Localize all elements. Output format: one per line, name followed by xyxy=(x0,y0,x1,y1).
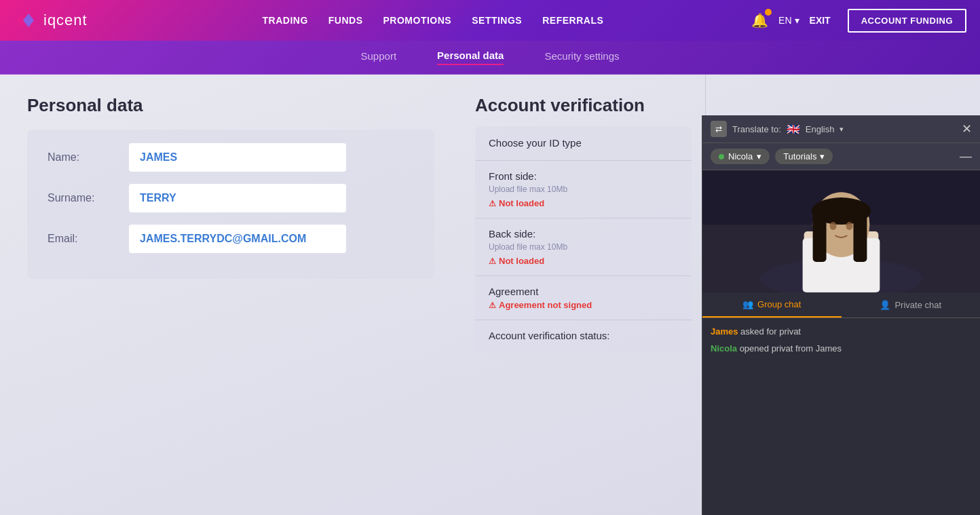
email-label: Email: xyxy=(48,233,115,245)
agreement-title: Agreement xyxy=(489,286,678,297)
group-chat-icon: 👥 xyxy=(742,299,753,309)
chat-header-left: ⇄ Translate to: 🇬🇧 English ▾ xyxy=(711,121,844,137)
choose-id-text: Choose your ID type xyxy=(489,137,582,149)
video-feed xyxy=(702,170,980,292)
nav-promotions[interactable]: PROMOTIONS xyxy=(383,15,452,26)
tutorials-arrow-icon: ▾ xyxy=(820,151,825,161)
exit-button[interactable]: EXIT xyxy=(810,15,831,26)
private-chat-tab[interactable]: 👤 Private chat xyxy=(842,292,981,318)
bell-badge xyxy=(765,9,772,16)
group-chat-label: Group chat xyxy=(757,299,801,309)
header: iqcent TRADING FUNDS PROMOTIONS SETTINGS… xyxy=(0,0,980,41)
group-chat-tab[interactable]: 👥 Group chat xyxy=(702,292,842,318)
video-area xyxy=(702,170,980,292)
verification-status-row: Account verification status: xyxy=(475,320,692,354)
user-name: Nicola xyxy=(728,151,753,161)
language-label: English xyxy=(806,124,835,134)
sub-nav: Support Personal data Security settings xyxy=(0,41,980,75)
surname-input[interactable] xyxy=(129,184,346,212)
front-side-status: Not loaded xyxy=(489,198,678,208)
user-pill[interactable]: Nicola ▾ xyxy=(711,149,770,164)
message-user-1: James xyxy=(711,326,738,337)
chat-header: ⇄ Translate to: 🇬🇧 English ▾ ✕ xyxy=(702,115,980,143)
flag-icon: 🇬🇧 xyxy=(787,123,800,136)
subnav-support[interactable]: Support xyxy=(361,50,397,64)
nav-links: TRADING FUNDS PROMOTIONS SETTINGS REFERR… xyxy=(115,15,751,26)
nav-referrals[interactable]: REFERRALS xyxy=(542,15,603,26)
verification-card: Choose your ID type Front side: Upload f… xyxy=(475,126,692,354)
front-side-title: Front side: xyxy=(489,170,678,182)
chat-close-button[interactable]: ✕ xyxy=(962,121,972,136)
language-arrow-icon[interactable]: ▾ xyxy=(840,125,844,134)
name-label: Name: xyxy=(48,151,115,164)
bell-container[interactable]: 🔔 xyxy=(751,12,768,28)
minimize-button[interactable]: — xyxy=(960,149,972,164)
tutorials-pill[interactable]: Tutorials ▾ xyxy=(775,149,832,164)
back-side-row: Back side: Upload file max 10Mb Not load… xyxy=(475,218,692,276)
chat-overlay: ⇄ Translate to: 🇬🇧 English ▾ ✕ Nicola ▾ … xyxy=(702,115,980,515)
lang-text: EN xyxy=(778,15,791,26)
main-content: Personal data Name: Surname: Email: Acco… xyxy=(0,75,980,515)
svg-point-11 xyxy=(846,222,852,230)
nav-settings[interactable]: SETTINGS xyxy=(472,15,522,26)
email-row: Email: xyxy=(48,225,414,253)
translate-label: Translate to: xyxy=(732,124,781,134)
language-selector[interactable]: EN ▾ xyxy=(778,15,799,26)
translate-icon: ⇄ xyxy=(711,121,727,137)
personal-data-section: Personal data Name: Surname: Email: xyxy=(0,75,461,515)
tutorials-label: Tutorials xyxy=(783,151,816,161)
back-side-subtitle: Upload file max 10Mb xyxy=(489,242,678,252)
message-user-2: Nicola xyxy=(711,343,737,354)
choose-id-row[interactable]: Choose your ID type xyxy=(475,126,692,161)
subnav-personal-data[interactable]: Personal data xyxy=(437,50,504,65)
private-chat-icon: 👤 xyxy=(880,300,890,310)
chat-messages: James asked for privat Nicola opened pri… xyxy=(702,318,980,515)
user-online-dot xyxy=(719,154,724,159)
bell-icon[interactable]: 🔔 xyxy=(751,13,768,28)
surname-row: Surname: xyxy=(48,184,414,212)
surname-label: Surname: xyxy=(48,192,115,204)
chat-controls: Nicola ▾ Tutorials ▾ xyxy=(711,149,833,164)
back-side-title: Back side: xyxy=(489,228,678,240)
svg-point-10 xyxy=(830,222,837,230)
lang-chevron-icon: ▾ xyxy=(795,15,799,26)
nav-trading[interactable]: TRADING xyxy=(263,15,308,26)
subnav-security-settings[interactable]: Security settings xyxy=(544,50,619,64)
verification-status-title: Account verification status: xyxy=(489,330,678,341)
name-input[interactable] xyxy=(129,143,346,172)
header-right: 🔔 EN ▾ EXIT ACCOUNT FUNDING xyxy=(751,9,966,33)
logo-area: iqcent xyxy=(14,11,88,30)
message-text-2: opened privat from James xyxy=(740,343,842,354)
personal-data-title: Personal data xyxy=(27,95,434,116)
email-input[interactable] xyxy=(129,225,346,253)
logo-text: iqcent xyxy=(43,12,88,29)
list-item: James asked for privat xyxy=(711,326,972,337)
agreement-row: Agreement Agreement not signed xyxy=(475,276,692,320)
account-verification-title: Account verification xyxy=(475,95,692,116)
nav-funds[interactable]: FUNDS xyxy=(328,15,363,26)
svg-rect-9 xyxy=(853,208,867,262)
back-side-status: Not loaded xyxy=(489,256,678,266)
logo-icon xyxy=(14,11,38,30)
account-verification-section: Account verification Choose your ID type… xyxy=(461,75,706,515)
personal-data-card: Name: Surname: Email: xyxy=(27,130,434,279)
account-funding-button[interactable]: ACCOUNT FUNDING xyxy=(848,9,966,33)
list-item: Nicola opened privat from James xyxy=(711,343,972,354)
svg-rect-8 xyxy=(813,208,827,262)
message-text-1: asked for privat xyxy=(740,326,801,337)
front-side-subtitle: Upload file max 10Mb xyxy=(489,185,678,194)
user-arrow-icon: ▾ xyxy=(757,151,761,161)
name-row: Name: xyxy=(48,143,414,172)
front-side-row: Front side: Upload file max 10Mb Not loa… xyxy=(475,161,692,218)
private-chat-label: Private chat xyxy=(894,300,941,310)
agreement-status: Agreement not signed xyxy=(489,300,678,310)
chat-subheader: Nicola ▾ Tutorials ▾ — xyxy=(702,143,980,170)
chat-tabs: 👥 Group chat 👤 Private chat xyxy=(702,292,980,318)
